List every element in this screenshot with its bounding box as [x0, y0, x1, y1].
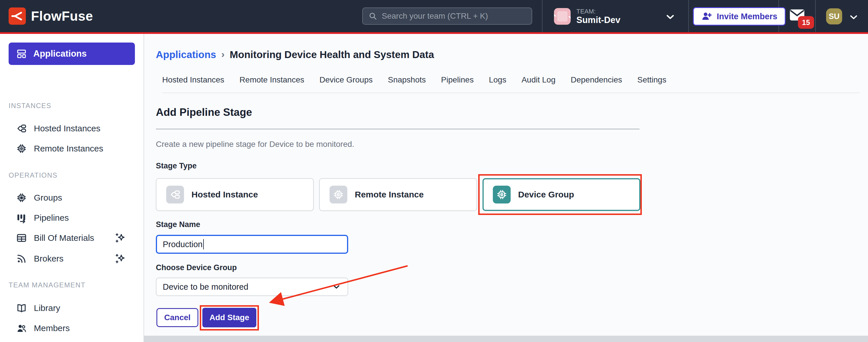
top-header: FlowFuse TEAM: Sumit-Dev	[0, 0, 868, 34]
brand[interactable]: FlowFuse	[9, 7, 93, 25]
sparkles-icon	[114, 253, 126, 265]
invite-members-label: Invite Members	[717, 12, 777, 21]
brand-name: FlowFuse	[31, 8, 93, 24]
sidebar-item-bill-of-materials[interactable]: Bill Of Materials	[0, 228, 144, 248]
bottom-strip	[144, 336, 868, 342]
applications-icon	[16, 48, 27, 59]
users-icon	[16, 323, 27, 334]
tab-remote-instances[interactable]: Remote Instances	[239, 75, 304, 85]
form-title: Add Pipeline Stage	[156, 106, 252, 118]
tab-device-groups[interactable]: Device Groups	[319, 75, 373, 85]
sidebar-item-pipelines[interactable]: Pipelines	[0, 208, 144, 228]
chip-icon	[16, 143, 27, 154]
stage-type-remote-instance[interactable]: Remote Instance	[319, 178, 477, 211]
stage-name-label: Stage Name	[156, 220, 200, 229]
table-icon	[16, 232, 27, 244]
stage-type-label: Hosted Instance	[191, 190, 258, 199]
notifications-button[interactable]: 15	[789, 8, 813, 28]
rss-icon	[16, 253, 27, 264]
tab-hosted-instances[interactable]: Hosted Instances	[162, 75, 224, 85]
tab-logs[interactable]: Logs	[489, 75, 506, 85]
breadcrumb-chevron-icon: ›	[221, 49, 224, 60]
flowfuse-app: FlowFuse TEAM: Sumit-Dev	[0, 0, 868, 342]
sidebar-item-members[interactable]: Members	[0, 318, 144, 338]
choose-device-group-label: Choose Device Group	[156, 263, 237, 272]
breadcrumb-applications-link[interactable]: Applications	[156, 49, 216, 60]
stage-type-label: Remote Instance	[355, 190, 424, 199]
device-group-icon	[16, 192, 27, 203]
sidebar-item-label: Brokers	[34, 254, 63, 263]
hosted-instance-icon	[166, 186, 184, 203]
tab-snapshots[interactable]: Snapshots	[388, 75, 426, 85]
sidebar-item-groups[interactable]: Groups	[0, 188, 144, 207]
application-tabs: Hosted Instances Remote Instances Device…	[162, 75, 860, 93]
sidebar-item-hosted-instances[interactable]: Hosted Instances	[0, 119, 144, 138]
device-group-select[interactable]: Device to be monitored	[156, 278, 348, 296]
stage-type-options: Hosted Instance Remote Instance	[156, 178, 640, 211]
sidebar-section-operations: OPERATIONS	[9, 171, 58, 179]
flowfuse-logo-icon	[9, 7, 26, 25]
book-icon	[16, 303, 27, 314]
stage-type-hosted-instance[interactable]: Hosted Instance	[156, 178, 314, 211]
sidebar: Applications INSTANCES Hosted Instances	[0, 34, 144, 342]
sidebar-item-label: Applications	[33, 49, 87, 59]
main-content: Applications › Monitoring Device Health …	[144, 34, 868, 342]
team-chevron-down-icon[interactable]	[665, 11, 676, 22]
sidebar-item-label: Library	[34, 303, 60, 313]
hosted-instance-icon	[16, 123, 27, 134]
sidebar-item-label: Remote Instances	[34, 144, 103, 153]
team-avatar	[554, 8, 570, 25]
stage-name-input[interactable]: Production	[156, 235, 348, 254]
device-group-icon	[493, 186, 510, 203]
stage-type-label: Stage Type	[156, 162, 197, 170]
stage-type-label: Device Group	[518, 190, 574, 199]
sidebar-item-label: Members	[34, 323, 70, 333]
add-stage-button[interactable]: Add Stage	[203, 308, 256, 327]
sidebar-section-instances: INSTANCES	[9, 102, 51, 110]
chevron-down-icon	[332, 282, 341, 292]
sidebar-item-label: Groups	[34, 193, 62, 203]
chip-icon	[330, 186, 347, 203]
sidebar-item-label: Pipelines	[34, 213, 69, 223]
sidebar-item-remote-instances[interactable]: Remote Instances	[0, 139, 144, 159]
form-description: Create a new pipeline stage for Device t…	[156, 140, 354, 149]
header-divider	[815, 0, 816, 32]
sidebar-item-library[interactable]: Library	[0, 298, 144, 318]
stage-name-value: Production	[163, 240, 203, 249]
sidebar-item-label: Hosted Instances	[34, 123, 100, 133]
tab-pipelines[interactable]: Pipelines	[441, 75, 474, 85]
team-selector[interactable]: TEAM: Sumit-Dev	[554, 5, 683, 28]
invite-members-button[interactable]: Invite Members	[693, 7, 786, 26]
cancel-button[interactable]: Cancel	[156, 308, 198, 327]
breadcrumb: Applications › Monitoring Device Health …	[156, 49, 434, 60]
tab-dependencies[interactable]: Dependencies	[570, 75, 622, 85]
user-menu-chevron-down-icon[interactable]	[848, 12, 859, 22]
tab-audit-log[interactable]: Audit Log	[522, 75, 555, 85]
notification-count-badge: 15	[798, 16, 814, 29]
page-title: Monitoring Device Health and System Data	[229, 49, 434, 60]
user-avatar[interactable]: SU	[826, 8, 842, 24]
team-search[interactable]	[362, 7, 532, 25]
sidebar-item-label: Bill Of Materials	[34, 233, 94, 243]
header-divider	[688, 0, 689, 32]
search-icon	[368, 11, 378, 21]
text-cursor	[203, 239, 204, 250]
search-input[interactable]	[382, 11, 526, 21]
sidebar-item-brokers[interactable]: Brokers	[0, 249, 144, 268]
person-plus-icon	[701, 11, 712, 22]
divider	[156, 129, 640, 129]
tab-settings[interactable]: Settings	[637, 75, 666, 85]
sidebar-section-team-management: TEAM MANAGEMENT	[9, 281, 86, 289]
sidebar-item-applications[interactable]: Applications	[9, 42, 135, 65]
team-name: Sumit-Dev	[577, 15, 620, 25]
header-divider	[542, 0, 542, 32]
sparkles-icon	[114, 232, 126, 244]
stage-type-device-group[interactable]: Device Group	[483, 178, 640, 211]
team-label: TEAM:	[577, 8, 620, 15]
device-group-selected-value: Device to be monitored	[163, 282, 248, 292]
pipelines-icon	[16, 212, 27, 223]
